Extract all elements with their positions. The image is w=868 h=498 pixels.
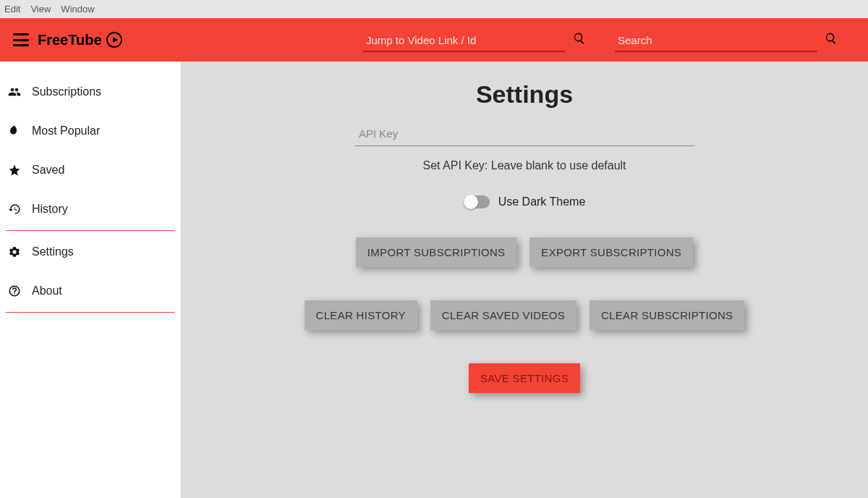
menu-item-view[interactable]: View — [30, 4, 51, 14]
sidebar-item-label: Settings — [32, 245, 74, 258]
toggle-icon — [464, 195, 490, 208]
menu-item-window[interactable]: Window — [61, 4, 94, 14]
history-icon — [7, 203, 22, 216]
sidebar-item-subscriptions[interactable]: Subscriptions — [0, 72, 180, 111]
sidebar-divider — [6, 230, 174, 231]
import-subscriptions-button[interactable]: IMPORT SUBSCRIPTIONS — [356, 237, 516, 267]
app-header: FreeTube — [0, 18, 868, 62]
clear-button-row: CLEAR HISTORY CLEAR SAVED VIDEOS CLEAR S… — [305, 300, 745, 330]
subs-button-row: IMPORT SUBSCRIPTIONS EXPORT SUBSCRIPTION… — [356, 237, 693, 267]
page-title: Settings — [476, 80, 573, 109]
sidebar-item-history[interactable]: History — [0, 190, 180, 229]
search-input[interactable] — [615, 28, 817, 52]
save-settings-button[interactable]: SAVE SETTINGS — [469, 363, 580, 393]
search-input-wrap — [615, 28, 838, 52]
save-button-row: SAVE SETTINGS — [469, 363, 580, 393]
export-subscriptions-button[interactable]: EXPORT SUBSCRIPTIONS — [529, 237, 693, 267]
sidebar-item-label: About — [32, 284, 62, 297]
sidebar-divider — [6, 312, 174, 313]
search-icon[interactable] — [825, 32, 838, 48]
jump-input-wrap — [363, 28, 586, 52]
sidebar-item-label: Saved — [32, 164, 64, 177]
sidebar-item-label: History — [32, 203, 68, 216]
fire-icon — [7, 124, 22, 138]
clear-saved-videos-button[interactable]: CLEAR SAVED VIDEOS — [430, 300, 576, 330]
menu-item-edit[interactable]: Edit — [4, 4, 20, 14]
body-area: Subscriptions Most Popular Saved History — [0, 62, 868, 498]
star-icon — [7, 164, 22, 177]
clear-history-button[interactable]: CLEAR HISTORY — [305, 300, 417, 330]
window-menu: Edit View Window — [0, 0, 868, 18]
sidebar-item-settings[interactable]: Settings — [0, 232, 180, 271]
users-icon — [7, 85, 22, 98]
sidebar: Subscriptions Most Popular Saved History — [0, 62, 181, 498]
sidebar-item-most-popular[interactable]: Most Popular — [0, 111, 180, 151]
sidebar-item-label: Subscriptions — [32, 85, 101, 98]
hamburger-icon[interactable] — [13, 33, 29, 46]
clear-subscriptions-button[interactable]: CLEAR SUBSCRIPTIONS — [590, 300, 744, 330]
question-icon — [7, 284, 22, 297]
brand: FreeTube — [38, 32, 122, 48]
sidebar-item-label: Most Popular — [32, 124, 100, 138]
play-circle-icon — [106, 32, 122, 48]
jump-input[interactable] — [363, 28, 566, 52]
api-key-help: Set API Key: Leave blank to use default — [422, 159, 626, 172]
api-key-input[interactable] — [354, 122, 694, 146]
brand-name: FreeTube — [38, 32, 102, 48]
sidebar-item-about[interactable]: About — [0, 271, 180, 311]
dark-theme-label: Use Dark Theme — [498, 195, 586, 208]
dark-theme-toggle[interactable]: Use Dark Theme — [464, 195, 586, 208]
search-icon[interactable] — [573, 32, 586, 48]
gear-icon — [7, 245, 22, 258]
settings-panel: Settings Set API Key: Leave blank to use… — [181, 62, 868, 498]
sidebar-item-saved[interactable]: Saved — [0, 151, 180, 190]
